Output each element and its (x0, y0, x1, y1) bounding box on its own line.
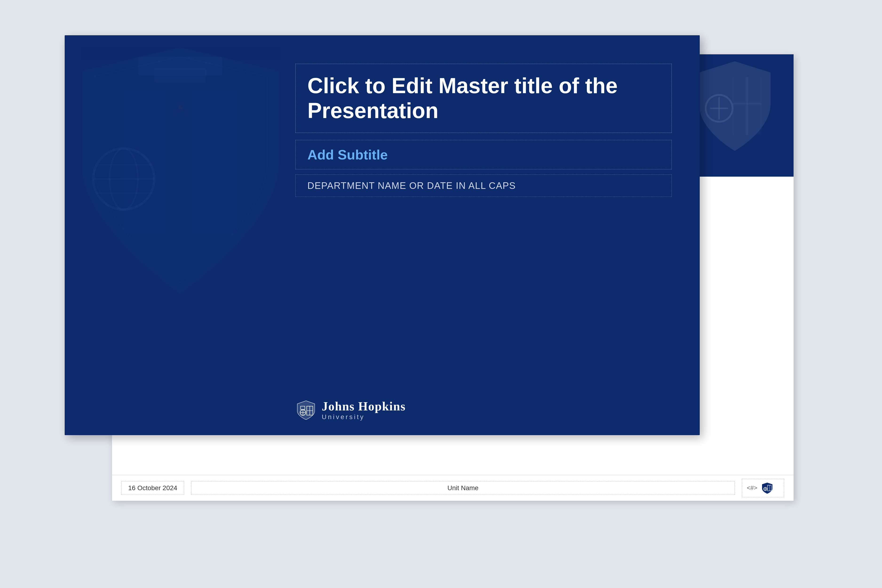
jhu-university: University (322, 413, 406, 421)
shield-watermark-front (74, 43, 286, 301)
jhu-emblem-icon (296, 400, 316, 421)
slide-front: Click to Edit Master title of the Presen… (64, 35, 700, 435)
front-content: Click to Edit Master title of the Presen… (296, 64, 672, 197)
slide-title: Click to Edit Master title of the Presen… (308, 74, 660, 123)
footer-date[interactable]: 16 October 2024 (122, 481, 184, 495)
slide-back-footer: 16 October 2024 Unit Name <#> (112, 475, 794, 501)
svg-rect-41 (154, 69, 206, 82)
jhu-name: Johns Hopkins (322, 399, 406, 413)
slides-container: Fourth level Fifth level (64, 35, 818, 553)
subtitle-text: Add Subtitle (308, 147, 660, 162)
jhu-shield-footer-icon (761, 482, 773, 494)
jhu-logo-text: Johns Hopkins University (322, 399, 406, 421)
svg-rect-33 (122, 90, 168, 236)
shield-watermark-back (695, 59, 775, 153)
footer-unit[interactable]: Unit Name (191, 481, 735, 495)
footer-page: <#> (742, 479, 784, 497)
department-text-box[interactable]: DEPARTMENT NAME OR DATE IN ALL CAPS (296, 174, 672, 197)
svg-rect-34 (192, 90, 239, 236)
title-text-box[interactable]: Click to Edit Master title of the Presen… (296, 64, 672, 133)
department-text: DEPARTMENT NAME OR DATE IN ALL CAPS (308, 180, 660, 191)
subtitle-text-box[interactable]: Add Subtitle (296, 140, 672, 170)
jhu-branding: Johns Hopkins University (296, 399, 406, 421)
